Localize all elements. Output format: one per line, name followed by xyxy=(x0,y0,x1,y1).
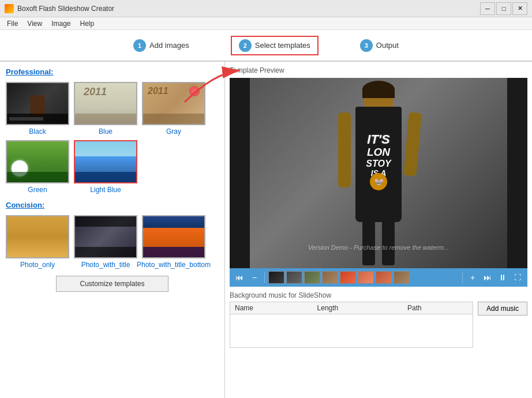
preview-label: Template Preview xyxy=(230,66,527,74)
template-blue-label: Blue xyxy=(99,127,113,136)
playback-goto-end[interactable]: ⏭ xyxy=(481,271,494,284)
playback-plus[interactable]: + xyxy=(466,271,479,284)
customize-templates-button[interactable]: Customize templates xyxy=(56,276,168,292)
step2-item[interactable]: 2 Select templates xyxy=(231,36,319,55)
pb-thumb-7[interactable] xyxy=(376,271,392,284)
template-lightblue[interactable]: Light Blue xyxy=(74,140,137,194)
pb-thumb-8[interactable] xyxy=(394,271,410,284)
menu-view[interactable]: View xyxy=(23,18,47,29)
step2-num: 2 xyxy=(239,39,252,52)
playback-bar: ⏮ − + ⏭ ⏸ ⛶ xyxy=(230,268,527,287)
playback-sep1 xyxy=(264,272,265,283)
menu-help[interactable]: Help xyxy=(76,18,99,29)
template-photowithtitle-label: Photo_with_title xyxy=(81,261,130,269)
preview-photo: IT'S LON STOY IS A 🐭 xyxy=(250,78,507,268)
music-section: Background music for SlideShow Name Leng… xyxy=(230,291,527,348)
app-icon xyxy=(5,4,14,13)
main-content: Professional: Black xyxy=(0,62,532,398)
music-col-name: Name xyxy=(230,302,313,314)
template-thumb-blue: 2011 xyxy=(74,82,137,125)
template-thumb-photowithtitle xyxy=(74,215,137,258)
menu-file[interactable]: File xyxy=(2,18,23,29)
pb-thumb-2[interactable] xyxy=(286,271,302,284)
step1-item[interactable]: 1 Add images xyxy=(126,37,196,54)
professional-section-title: Professional: xyxy=(6,67,219,76)
step3-num: 3 xyxy=(360,39,373,52)
playback-minus[interactable]: − xyxy=(248,271,261,284)
pb-thumb-4[interactable] xyxy=(322,271,338,284)
template-lightblue-label: Light Blue xyxy=(90,186,121,194)
menu-image[interactable]: Image xyxy=(47,18,75,29)
template-thumb-photowithtitlebottom xyxy=(142,215,205,258)
template-green[interactable]: Green xyxy=(6,140,69,194)
playback-sep2 xyxy=(462,272,463,283)
template-gray-label: Gray xyxy=(166,127,181,136)
step-toolbar: 1 Add images 2 Select templates 3 Output xyxy=(0,30,532,62)
template-black-label: Black xyxy=(29,127,46,136)
template-photowithtitle[interactable]: Photo_with_title xyxy=(74,215,137,269)
concision-section-title: Concision: xyxy=(6,201,219,209)
title-bar: Boxoft Flash Slideshow Creator ─ □ ✕ xyxy=(0,0,532,17)
preview-dark-right xyxy=(507,78,527,268)
music-col-length: Length xyxy=(313,302,403,314)
close-button[interactable]: ✕ xyxy=(512,2,527,15)
step3-label: Output xyxy=(376,41,399,50)
step2-label: Select templates xyxy=(255,41,310,50)
template-thumb-green xyxy=(6,140,69,183)
template-photowithtitlebottom[interactable]: Photo_with_title_bottom xyxy=(142,215,205,269)
playback-fullscreen[interactable]: ⛶ xyxy=(511,271,524,284)
preview-dark-left xyxy=(230,78,250,268)
template-photowithtitlebottom-label: Photo_with_title_bottom xyxy=(137,261,211,269)
left-panel: Professional: Black xyxy=(0,62,225,398)
template-black[interactable]: Black xyxy=(6,82,69,136)
pb-thumb-5[interactable] xyxy=(340,271,356,284)
pb-thumb-6[interactable] xyxy=(358,271,374,284)
music-table: Name Length Path xyxy=(230,302,473,314)
right-panel: Template Preview xyxy=(225,62,532,398)
template-thumb-lightblue xyxy=(74,140,137,183)
music-table-wrapper: Name Length Path xyxy=(230,302,473,348)
app-title: Boxoft Flash Slideshow Creator xyxy=(17,5,114,13)
professional-template-grid: Black 2011 Blue xyxy=(6,82,219,194)
maximize-button[interactable]: □ xyxy=(496,2,511,15)
playback-goto-start[interactable]: ⏮ xyxy=(233,271,246,284)
template-green-label: Green xyxy=(28,186,47,194)
menu-bar: File View Image Help xyxy=(0,17,532,30)
music-section-label: Background music for SlideShow xyxy=(230,291,527,299)
template-thumb-gray: 2011 xyxy=(142,82,205,125)
template-photoonly[interactable]: Photo_only xyxy=(6,215,69,269)
concision-template-grid: Photo_only Photo_with_title xyxy=(6,215,219,269)
template-photoonly-label: Photo_only xyxy=(20,261,55,269)
title-bar-left: Boxoft Flash Slideshow Creator xyxy=(5,4,114,13)
music-col-path: Path xyxy=(403,302,473,314)
title-bar-controls: ─ □ ✕ xyxy=(480,2,527,15)
minimize-button[interactable]: ─ xyxy=(480,2,495,15)
template-gray[interactable]: 2011 Gray xyxy=(142,82,205,136)
step1-num: 1 xyxy=(133,39,146,52)
template-thumb-black xyxy=(6,82,69,125)
template-thumb-photoonly xyxy=(6,215,69,258)
pb-thumb-1[interactable] xyxy=(268,271,284,284)
add-music-button[interactable]: Add music xyxy=(478,302,527,316)
step1-label: Add images xyxy=(149,41,189,50)
preview-area: IT'S LON STOY IS A 🐭 Version Demo - Purc… xyxy=(230,78,527,268)
template-blue[interactable]: 2011 Blue xyxy=(74,82,137,136)
pb-thumb-3[interactable] xyxy=(304,271,320,284)
step3-item[interactable]: 3 Output xyxy=(353,37,406,54)
playback-thumbnails xyxy=(268,271,459,284)
playback-pause[interactable]: ⏸ xyxy=(496,271,509,284)
